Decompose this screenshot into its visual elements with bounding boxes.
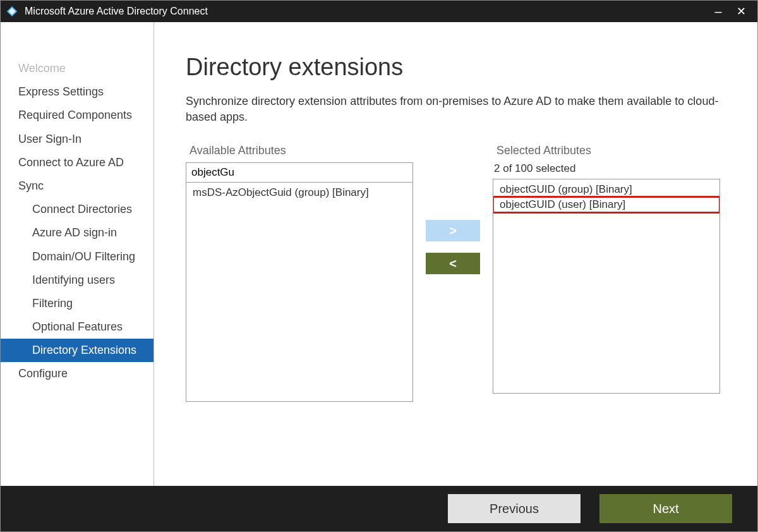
selected-column: Selected Attributes 2 of 100 selected ob… — [493, 144, 720, 394]
close-button[interactable]: ✕ — [730, 1, 752, 22]
window-title: Microsoft Azure Active Directory Connect — [25, 6, 208, 17]
nav-identifying-users[interactable]: Identifying users — [1, 269, 153, 292]
app-window: Microsoft Azure Active Directory Connect… — [0, 0, 758, 532]
page-description: Synchronize directory extension attribut… — [186, 94, 723, 125]
nav-optional-features[interactable]: Optional Features — [1, 315, 153, 339]
nav-user-sign-in[interactable]: User Sign-In — [1, 128, 153, 151]
page-title: Directory extensions — [186, 54, 723, 81]
nav-required-components[interactable]: Required Components — [1, 104, 153, 127]
next-button[interactable]: Next — [599, 494, 732, 523]
titlebar: Microsoft Azure Active Directory Connect… — [1, 1, 757, 22]
nav-azure-ad-sign-in[interactable]: Azure AD sign-in — [1, 221, 153, 245]
body: Welcome Express Settings Required Compon… — [1, 22, 757, 486]
available-listbox[interactable]: msDS-AzObjectGuid (group) [Binary] — [186, 182, 413, 402]
nav-filtering[interactable]: Filtering — [1, 292, 153, 315]
nav-connect-directories[interactable]: Connect Directories — [1, 198, 153, 221]
nav-configure[interactable]: Configure — [1, 362, 153, 385]
selected-count: 2 of 100 selected — [493, 162, 720, 175]
minimize-button[interactable]: – — [707, 1, 730, 22]
sidebar: Welcome Express Settings Required Compon… — [1, 22, 154, 486]
main-content: Directory extensions Synchronize directo… — [154, 22, 757, 486]
nav-sync[interactable]: Sync — [1, 174, 153, 198]
available-label: Available Attributes — [186, 144, 413, 157]
available-column: Available Attributes msDS-AzObjectGuid (… — [186, 144, 413, 402]
nav-domain-ou-filtering[interactable]: Domain/OU Filtering — [1, 245, 153, 269]
selected-item[interactable]: objectGUID (group) [Binary] — [493, 182, 719, 197]
selected-listbox[interactable]: objectGUID (group) [Binary] objectGUID (… — [493, 179, 720, 394]
selected-label: Selected Attributes — [493, 144, 720, 157]
available-filter-input[interactable] — [186, 162, 413, 183]
remove-button[interactable]: < — [426, 253, 480, 274]
nav-connect-azure-ad[interactable]: Connect to Azure AD — [1, 151, 153, 174]
nav-express-settings[interactable]: Express Settings — [1, 80, 153, 104]
available-item[interactable]: msDS-AzObjectGuid (group) [Binary] — [186, 185, 412, 200]
nav-welcome[interactable]: Welcome — [1, 57, 153, 80]
add-button[interactable]: > — [426, 220, 480, 241]
previous-button[interactable]: Previous — [448, 494, 581, 523]
footer: Previous Next — [1, 486, 757, 531]
attribute-columns: Available Attributes msDS-AzObjectGuid (… — [186, 144, 723, 402]
selected-item-highlighted[interactable]: objectGUID (user) [Binary] — [493, 197, 719, 212]
nav-directory-extensions[interactable]: Directory Extensions — [1, 339, 153, 362]
azure-icon — [6, 5, 18, 18]
transfer-buttons: > < — [413, 220, 493, 274]
